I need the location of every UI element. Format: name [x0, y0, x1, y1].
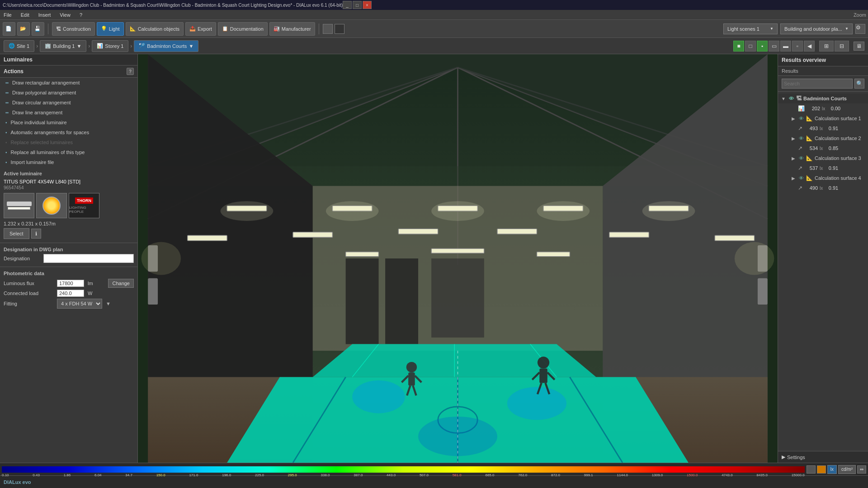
settings-button[interactable]: ▶ Settings: [778, 451, 868, 463]
calculation-button[interactable]: 📐 Calculation objects: [126, 22, 184, 36]
tree-eye-1[interactable]: 👁: [788, 95, 794, 102]
action-automatic[interactable]: • Automatic arrangements for spaces: [0, 127, 137, 137]
light-scenes-dropdown[interactable]: Light scenes 1 ▼: [723, 23, 778, 34]
tree-values-c2: 534 lx 0.85: [804, 145, 838, 151]
tree-extra-c2: 0.85: [825, 145, 838, 151]
tree-eye-c4[interactable]: 👁: [798, 175, 804, 181]
maximize-button[interactable]: □: [353, 1, 362, 9]
colorbar-orange-btn[interactable]: [807, 465, 816, 474]
render-button[interactable]: [323, 24, 333, 34]
menu-file[interactable]: File: [2, 11, 14, 19]
results-search-button[interactable]: 🔍: [854, 79, 864, 89]
colorbar-amber-btn[interactable]: [817, 465, 826, 474]
tree-expand-c1[interactable]: ▶: [791, 116, 796, 121]
colorbar-gradient: [2, 466, 805, 473]
menu-view[interactable]: View: [58, 11, 72, 19]
tree-icon-1: 🏗: [796, 95, 802, 102]
app-name: DIALux evo: [4, 479, 31, 485]
action-place-individual[interactable]: • Place individual luminaire: [0, 117, 137, 127]
building-dropdown[interactable]: Building and outdoor pla... ▼: [780, 23, 853, 34]
monitor-icon-btn[interactable]: 🖥: [854, 42, 864, 51]
unit-lx-button[interactable]: lx: [827, 465, 837, 474]
results-search-input[interactable]: [782, 79, 853, 89]
action-dots-3: ••: [5, 100, 9, 105]
manufacturer-button[interactable]: 🏭 Manufacturer: [269, 22, 315, 36]
construction-button[interactable]: 🏗 Construction: [52, 22, 95, 36]
actions-help-button[interactable]: ?: [127, 68, 134, 75]
designation-input[interactable]: [43, 254, 134, 263]
tree-item-calc3[interactable]: ▶ 👁 📐 Calculation surface 3: [778, 153, 868, 163]
tree-expand-c4[interactable]: ▶: [791, 175, 796, 181]
action-import[interactable]: • Import luminaire file: [0, 157, 137, 167]
luminaire-dimensions: 1.232 x 0.231 x 0.157m: [4, 221, 134, 226]
site-nav-button[interactable]: 🌐 Site 1: [4, 40, 34, 52]
viewport[interactable]: [138, 54, 778, 463]
tree-expand-c3[interactable]: ▶: [791, 155, 796, 161]
settings-icon[interactable]: ⚙: [855, 24, 865, 34]
storey-nav-button[interactable]: 📊 Storey 1: [92, 40, 128, 52]
view-btn-3[interactable]: ▪: [757, 41, 768, 52]
view-btn-6[interactable]: ▫: [792, 41, 803, 52]
statusbar: DIALux evo: [0, 475, 868, 488]
documentation-button[interactable]: 📋 Documentation: [218, 22, 268, 36]
tree-item-calc2[interactable]: ▶ 👁 📐 Calculation surface 2: [778, 133, 868, 143]
action-draw-line[interactable]: •• Draw line arrangement: [0, 108, 137, 117]
scene-svg: [138, 54, 778, 463]
tree-eye-c3[interactable]: 👁: [798, 155, 804, 161]
tree-eye-c1[interactable]: 👁: [798, 115, 804, 122]
tree-item-badminton-courts[interactable]: ▼ 👁 🏗 Badminton Courts: [778, 94, 868, 103]
tree-expand-c2[interactable]: ▶: [791, 136, 796, 141]
action-replace-selected: • Replace selected luminaires: [0, 137, 137, 147]
luminaire-image-brand: THORN LIGHTING PEOPLE: [69, 193, 99, 218]
fitting-arrow-icon[interactable]: ▼: [106, 301, 111, 306]
tree-item-calc4[interactable]: ▶ 👁 📐 Calculation surface 4: [778, 173, 868, 183]
select-luminaire-button[interactable]: Select: [4, 228, 29, 239]
action-draw-circular[interactable]: •• Draw circular arrangement: [0, 98, 137, 108]
export-label: Export: [198, 26, 212, 32]
building-nav-button[interactable]: 🏢 Building 1 ▼: [40, 40, 86, 52]
menu-insert[interactable]: Insert: [37, 11, 53, 19]
view-btn-5[interactable]: ▬: [780, 41, 791, 52]
close-button[interactable]: ×: [363, 1, 372, 9]
view-btn-arrow[interactable]: ◀: [804, 41, 815, 52]
designation-title: Designation in DWG plan: [4, 247, 134, 252]
room-nav-button[interactable]: 🏸 Badminton Courts ▼: [134, 40, 198, 52]
svg-rect-25: [398, 229, 438, 234]
tree-extra-c3: 0.91: [825, 165, 838, 171]
tree-icon-c3v: ↗: [798, 165, 802, 171]
luminaire-info-button[interactable]: ℹ: [31, 229, 41, 239]
titlebar-controls: _ □ ×: [343, 1, 372, 9]
view-btn-grid[interactable]: ⊟: [835, 41, 849, 52]
colorbar-unit-controls: lx cd/m² ⇔: [807, 465, 866, 474]
save-button[interactable]: 💾: [32, 22, 44, 36]
export-button[interactable]: 📤 Export: [185, 22, 216, 36]
action-replace-all[interactable]: • Replace all luminaires of this type: [0, 147, 137, 157]
view-btn-1[interactable]: ■: [733, 41, 744, 52]
action-label-2: Draw polygonal arrangement: [12, 90, 76, 95]
open-button[interactable]: 📂: [17, 22, 30, 36]
fitting-select[interactable]: 4 x FDH 54 W: [57, 299, 102, 309]
tree-eye-c2[interactable]: 👁: [798, 135, 804, 141]
light-button[interactable]: 💡 Light: [97, 22, 124, 36]
view-btn-fit[interactable]: ⊞: [819, 41, 834, 52]
change-luminous-button[interactable]: Change: [108, 279, 134, 288]
display-button[interactable]: [335, 24, 344, 34]
tree-unit-c3: lx: [820, 166, 823, 171]
minimize-button[interactable]: _: [343, 1, 352, 9]
designation-key: Designation: [4, 256, 40, 261]
unit-cd-button[interactable]: cd/m²: [838, 465, 856, 474]
room-arrow: ▼: [189, 43, 193, 49]
view-btn-2[interactable]: □: [745, 41, 756, 52]
new-button[interactable]: 📄: [3, 22, 15, 36]
connected-load-row: Connected load 240.0 W: [4, 290, 134, 297]
view-btn-4[interactable]: ▭: [769, 41, 779, 52]
tick-14: 581.0: [453, 473, 462, 477]
menu-help[interactable]: ?: [78, 11, 84, 19]
tree-expand-1[interactable]: ▼: [781, 96, 786, 101]
menu-edit[interactable]: Edit: [19, 11, 31, 19]
action-draw-rectangular[interactable]: •• Draw rectangular arrangement: [0, 78, 137, 88]
action-draw-polygonal[interactable]: •• Draw polygonal arrangement: [0, 88, 137, 98]
tree-item-calc1[interactable]: ▶ 👁 📐 Calculation surface 1: [778, 113, 868, 123]
svg-point-56: [538, 357, 549, 368]
colorbar-scale-toggle[interactable]: ⇔: [857, 465, 866, 474]
